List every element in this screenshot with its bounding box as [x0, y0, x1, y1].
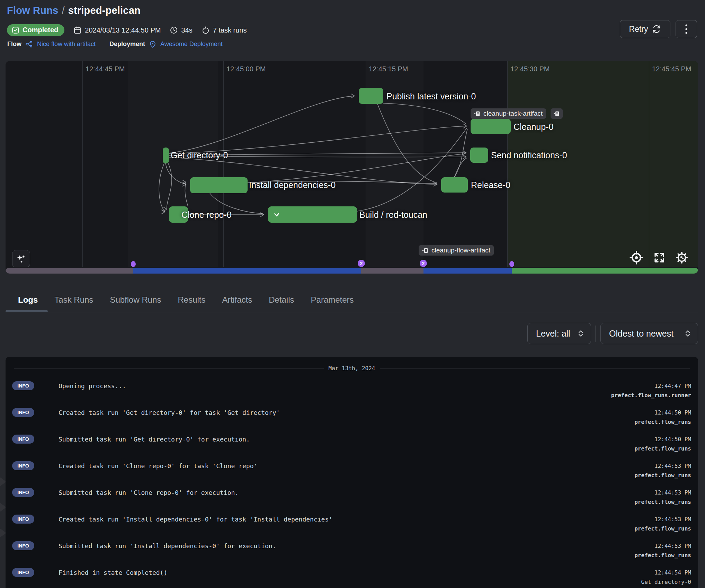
log-message: Created task run 'Clone repo-0' for task…: [59, 462, 257, 470]
task-node-send-notifications[interactable]: [470, 148, 488, 163]
log-level-value: Level: all: [536, 329, 570, 339]
tab-bar-border: [6, 312, 698, 312]
breadcrumb: Flow Runs/striped-pelican: [7, 5, 141, 16]
task-node-publish-latest-version[interactable]: [359, 88, 383, 104]
task-run-count-value: 7 task runs: [213, 26, 247, 34]
log-row: INFO Opening process... 12:44:47 PMprefe…: [6, 376, 698, 403]
log-meta: 12:44:53 PMprefect.flow_runs: [634, 515, 691, 533]
task-label: Build / red-toucan: [359, 210, 427, 220]
artifact-badge-cleanup-task[interactable]: cleanup-task-artifact: [471, 108, 546, 119]
flow-name-link[interactable]: Nice flow with artifact: [37, 41, 96, 48]
task-node-install-dependencies[interactable]: [190, 177, 248, 193]
log-logger: prefect.flow_runs: [634, 525, 691, 532]
flow-run-timeline[interactable]: 12:44:45 PM 12:45:00 PM 12:45:15 PM 12:4…: [6, 61, 698, 274]
log-logger: prefect.flow_runs: [634, 445, 691, 452]
log-message: Created task run 'Install dependencies-0…: [59, 516, 332, 523]
task-node-cleanup[interactable]: [471, 119, 511, 134]
log-level-badge: INFO: [12, 568, 34, 577]
more-actions-button[interactable]: [676, 20, 697, 38]
log-meta: 12:44:54 PMGet directory-0prefect.task_r…: [634, 568, 691, 588]
event-marker-count[interactable]: 2: [358, 260, 365, 267]
tab-task-runs[interactable]: Task Runs: [46, 295, 101, 305]
state-bar-pending[interactable]: [361, 268, 423, 274]
status-badge: Completed: [7, 24, 64, 36]
task-run-count: 7 task runs: [202, 26, 247, 34]
task-label: Clone repo-0: [181, 210, 232, 220]
chevron-down-icon[interactable]: [272, 210, 281, 219]
log-row: INFO Created task run 'Clone repo-0' for…: [6, 456, 698, 483]
tab-logs[interactable]: Logs: [6, 295, 46, 305]
task-label: Get directory-0: [171, 150, 228, 160]
log-date-divider: Mar 13th, 2024: [14, 365, 690, 372]
log-date-label: Mar 13th, 2024: [329, 365, 375, 372]
target-icon: [630, 251, 643, 265]
tab-subflow-runs[interactable]: Subflow Runs: [101, 295, 169, 305]
duration-value: 34s: [181, 26, 192, 34]
log-time: 12:44:53 PM: [654, 489, 691, 496]
kebab-menu-icon: [685, 24, 688, 35]
log-row: INFO Created task run 'Install dependenc…: [6, 509, 698, 536]
log-row: INFO Finished in state Completed() 12:44…: [6, 563, 698, 588]
log-logger: prefect.flow_runs: [634, 552, 691, 559]
artifact-icon: [553, 110, 560, 117]
retry-button[interactable]: Retry: [620, 20, 670, 38]
log-level-select[interactable]: Level: all: [527, 323, 591, 344]
event-marker[interactable]: [509, 261, 514, 267]
log-message: Opening process...: [59, 382, 126, 390]
tab-parameters[interactable]: Parameters: [303, 295, 362, 305]
artifact-badge-extra[interactable]: [551, 108, 563, 119]
task-label: Release-0: [471, 180, 510, 190]
clock-icon: [170, 26, 178, 34]
log-panel: Mar 13th, 2024 INFO Opening process... 1…: [6, 357, 698, 588]
task-runs-icon: [202, 26, 210, 34]
log-logger: prefect.flow_runs: [634, 419, 691, 425]
task-label: Send notifications-0: [491, 150, 567, 160]
log-message: Finished in state Completed(): [59, 569, 167, 576]
log-level-badge: INFO: [12, 541, 34, 550]
log-level-badge: INFO: [12, 515, 34, 524]
state-bar-running[interactable]: [133, 268, 361, 274]
divider-line: [14, 368, 324, 368]
log-time: 12:44:53 PM: [654, 516, 691, 523]
artifact-badge-cleanup-flow[interactable]: cleanup-flow-artifact: [419, 245, 494, 256]
state-bar-pending[interactable]: [6, 268, 133, 274]
log-meta: 12:44:50 PMprefect.flow_runs: [634, 408, 691, 427]
artifact-badge-label: cleanup-flow-artifact: [431, 247, 490, 254]
log-level-badge: INFO: [12, 435, 34, 444]
task-label: Publish latest version-0: [386, 91, 476, 101]
fullscreen-button[interactable]: [652, 250, 667, 265]
log-sort-select[interactable]: Oldest to newest: [600, 323, 698, 344]
deployment-name-link[interactable]: Awesome Deployment: [160, 41, 223, 48]
artifact-icon: [474, 110, 481, 117]
log-time: 12:44:53 PM: [654, 543, 691, 549]
event-marker[interactable]: [131, 261, 136, 267]
log-row: INFO Submitted task run 'Install depende…: [6, 536, 698, 563]
task-node-get-directory[interactable]: [163, 148, 169, 163]
recenter-graph-button[interactable]: [629, 250, 644, 265]
log-level-badge: INFO: [12, 408, 34, 417]
graph-magic-button[interactable]: [12, 250, 30, 267]
status-label: Completed: [23, 26, 58, 34]
task-dependency-edges: [6, 61, 698, 267]
log-message: Submitted task run 'Clone repo-0' for ex…: [59, 489, 239, 496]
graph-settings-button[interactable]: [674, 250, 689, 265]
divider-line: [380, 368, 690, 368]
tab-artifacts[interactable]: Artifacts: [214, 295, 260, 305]
log-sort-value: Oldest to newest: [609, 329, 673, 339]
state-bar-completed[interactable]: [512, 268, 698, 274]
log-logger: prefect.flow_runs: [634, 472, 691, 479]
start-time-value: 2024/03/13 12:44:50 PM: [85, 26, 161, 34]
task-label: Install dependencies-0: [249, 180, 336, 190]
run-meta-row: Completed 2024/03/13 12:44:50 PM 34s 7 t…: [7, 24, 247, 36]
log-message: Submitted task run 'Get directory-0' for…: [59, 436, 250, 443]
breadcrumb-flow-runs-link[interactable]: Flow Runs: [7, 5, 58, 16]
state-bar-running[interactable]: [423, 268, 512, 274]
task-node-release[interactable]: [441, 177, 468, 193]
tab-details[interactable]: Details: [260, 295, 302, 305]
expand-icon: [653, 251, 666, 264]
log-message: Created task run 'Get directory-0' for t…: [59, 409, 280, 416]
subflow-node-build[interactable]: [268, 206, 357, 223]
log-logger: prefect.flow_runs: [634, 499, 691, 505]
event-marker-count[interactable]: 2: [420, 260, 427, 267]
tab-results[interactable]: Results: [169, 295, 214, 305]
